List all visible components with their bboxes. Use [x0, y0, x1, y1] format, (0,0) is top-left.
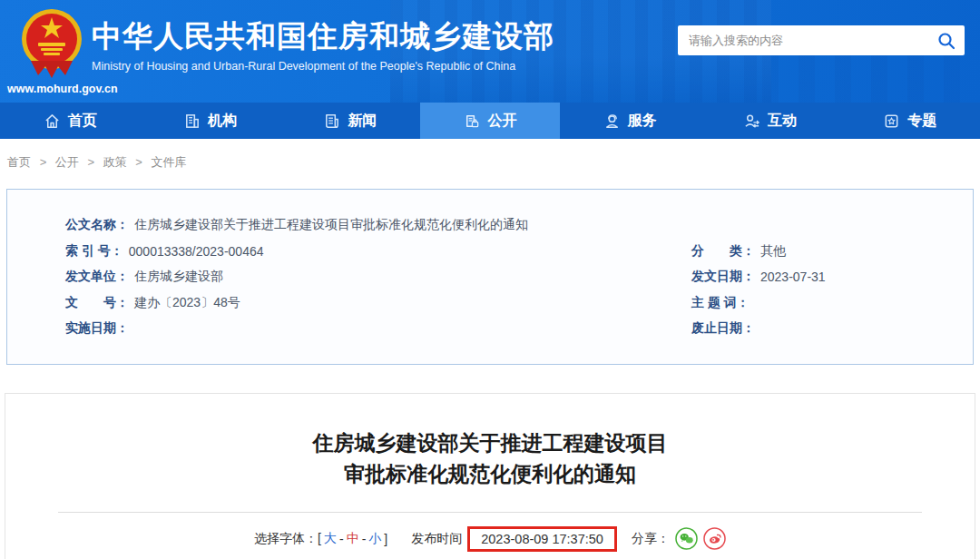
category-value: 其他: [760, 243, 786, 260]
font-separator: -: [339, 532, 344, 546]
building-icon: [183, 113, 201, 130]
site-title: 中华人民共和国住房和城乡建设部: [92, 18, 554, 54]
disclosure-doc-icon: [463, 113, 480, 130]
interaction-person-icon: [743, 113, 760, 130]
font-size-small[interactable]: 小: [368, 531, 381, 547]
nav-item-home[interactable]: 首页: [0, 103, 140, 139]
site-url: www.mohurd.gov.cn: [7, 83, 118, 95]
service-person-icon: [603, 113, 621, 130]
subject-words-label: 主 题 词：: [691, 295, 750, 311]
news-icon: [323, 113, 340, 130]
publish-time-label: 发布时间: [411, 531, 462, 547]
breadcrumb-item-home[interactable]: 首页: [7, 155, 31, 169]
effective-date-label: 实施日期：: [65, 320, 129, 337]
doc-name-label: 公文名称：: [65, 217, 129, 233]
nav-item-interaction[interactable]: 互动: [700, 103, 839, 139]
doc-info-row: 公文名称： 住房城乡建设部关于推进工程建设项目审批标准化规范化便利化的通知: [65, 212, 946, 239]
issuing-unit-value: 住房城乡建设部: [134, 269, 223, 285]
breadcrumb-item-disclosure[interactable]: 公开: [55, 155, 79, 169]
share-label: 分享：: [632, 531, 670, 547]
site-subtitle: Ministry of Housing and Urban-Rural Deve…: [92, 60, 554, 73]
nav-label: 专题: [907, 112, 936, 131]
font-size-large[interactable]: 大: [324, 531, 337, 547]
issue-date-label: 发文日期：: [691, 269, 755, 285]
doc-info-row: 发文单位： 住房城乡建设部 发文日期： 2023-07-31: [65, 264, 946, 290]
nav-label: 服务: [628, 112, 657, 131]
nav-item-service[interactable]: 服务: [560, 103, 700, 139]
home-icon: [44, 113, 61, 130]
document-info-box: 公文名称： 住房城乡建设部关于推进工程建设项目审批标准化规范化便利化的通知 索 …: [6, 189, 974, 365]
star-topic-icon: [883, 113, 900, 130]
font-separator: -: [362, 532, 367, 546]
nav-label: 互动: [768, 112, 797, 131]
doc-info-row: 文 号： 建办〔2023〕48号 主 题 词：: [65, 290, 946, 317]
doc-number-value: 建办〔2023〕48号: [134, 295, 240, 311]
font-selector-label: 选择字体：[: [254, 531, 321, 547]
issuing-unit-label: 发文单位：: [65, 269, 129, 285]
search-icon[interactable]: [937, 32, 956, 50]
doc-number-label: 文 号：: [65, 295, 129, 311]
national-emblem-icon: [18, 6, 85, 79]
breadcrumb-item-policy[interactable]: 政策: [103, 155, 127, 169]
nav-label: 机构: [208, 112, 237, 131]
share-icons: [675, 527, 726, 550]
category-label: 分 类：: [691, 243, 755, 260]
breadcrumb: 首页 > 公开 > 政策 > 文件库: [0, 139, 980, 183]
nav-label: 首页: [68, 112, 97, 131]
breadcrumb-separator: >: [87, 155, 94, 169]
weibo-icon[interactable]: [703, 527, 726, 550]
breadcrumb-item-library[interactable]: 文件库: [152, 155, 187, 169]
doc-info-row: 实施日期： 废止日期：: [65, 316, 946, 342]
font-selector-close: ]: [384, 532, 387, 546]
doc-name-value: 住房城乡建设部关于推进工程建设项目审批标准化规范化便利化的通知: [134, 217, 528, 233]
search-input[interactable]: [689, 34, 937, 47]
breadcrumb-separator: >: [135, 155, 142, 169]
doc-info-row: 索 引 号： 000013338/2023-00464 分 类： 其他: [65, 239, 946, 265]
nav-label: 新闻: [348, 112, 377, 131]
repeal-date-label: 废止日期：: [691, 320, 755, 337]
font-size-selector: 选择字体：[ 大 - 中 - 小 ]: [254, 531, 387, 547]
article-title: 住房城乡建设部关于推进工程建设项目 审批标准化规范化便利化的通知: [5, 427, 975, 489]
wechat-icon[interactable]: [675, 527, 698, 550]
publish-time-value: 2023-08-09 17:37:50: [467, 526, 617, 552]
building-backdrop-2: [762, 53, 980, 103]
site-header: www.mohurd.gov.cn 中华人民共和国住房和城乡建设部 Minist…: [0, 0, 980, 103]
article-title-line1: 住房城乡建设部关于推进工程建设项目: [5, 427, 975, 458]
index-number-value: 000013338/2023-00464: [129, 244, 264, 259]
article-meta-row: 选择字体：[ 大 - 中 - 小 ] 发布时间 2023-08-09 17:37…: [5, 526, 975, 552]
index-number-label: 索 引 号：: [65, 243, 123, 260]
nav-item-disclosure[interactable]: 公开: [420, 103, 560, 139]
divider: [58, 512, 922, 513]
font-size-medium[interactable]: 中: [347, 531, 359, 547]
nav-item-news[interactable]: 新闻: [280, 103, 420, 139]
nav-item-topics[interactable]: 专题: [840, 103, 980, 139]
issue-date-value: 2023-07-31: [760, 270, 826, 284]
breadcrumb-separator: >: [40, 155, 47, 169]
search-box[interactable]: [678, 25, 965, 55]
article-title-line2: 审批标准化规范化便利化的通知: [5, 458, 975, 489]
article-card: 住房城乡建设部关于推进工程建设项目 审批标准化规范化便利化的通知 选择字体：[ …: [5, 393, 975, 559]
nav-item-org[interactable]: 机构: [140, 103, 279, 139]
nav-label: 公开: [487, 112, 516, 131]
main-nav: 首页 机构 新闻 公开: [0, 103, 980, 139]
